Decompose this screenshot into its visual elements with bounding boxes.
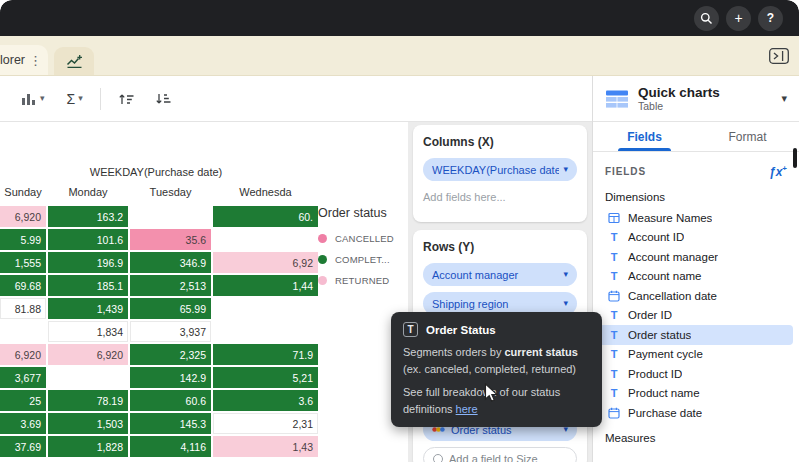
table-cell[interactable]: 163.2 — [48, 206, 128, 227]
search-button[interactable] — [694, 6, 719, 31]
pill-label: Account manager — [432, 269, 559, 281]
calendar-icon — [607, 290, 621, 302]
table-cell[interactable]: 1,834 — [48, 321, 128, 342]
table-cell[interactable] — [213, 298, 318, 319]
table-cell[interactable]: 196.9 — [48, 252, 128, 273]
table-cell[interactable]: 6,92 — [213, 252, 318, 273]
field-item-measure-names[interactable]: Measure Names — [599, 208, 793, 228]
table-cell[interactable]: 78.19 — [48, 390, 128, 411]
chart-canvas: WEEKDAY(Purchase date) SundayMondayTuesd… — [0, 122, 408, 462]
legend-item[interactable]: CANCELLED — [318, 233, 408, 244]
table-cell[interactable]: 3.69 — [0, 413, 46, 434]
table-cell[interactable] — [130, 206, 211, 227]
table-cell[interactable]: 1,43 — [213, 436, 318, 457]
field-item-cancellation-date[interactable]: Cancellation date — [599, 286, 793, 306]
table-cell[interactable]: 69.68 — [0, 275, 46, 296]
text-field-icon: T — [607, 329, 621, 341]
table-cell[interactable]: 81.88 — [0, 298, 46, 319]
table-cell[interactable]: 142.9 — [130, 367, 211, 388]
table-cell[interactable]: 60. — [213, 206, 318, 227]
table-cell[interactable] — [213, 321, 318, 342]
table-cell[interactable] — [48, 367, 128, 388]
table-cell[interactable]: 5.99 — [0, 229, 46, 250]
table-cell[interactable]: 5,21 — [213, 367, 318, 388]
table-cell[interactable]: 1,555 — [0, 252, 46, 273]
size-field-dropzone[interactable]: Add a field to Size — [423, 447, 577, 462]
field-item-payment-cycle[interactable]: TPayment cycle — [599, 345, 793, 365]
table-cell[interactable]: 6,920 — [0, 344, 46, 365]
table-cell[interactable]: 145.3 — [130, 413, 211, 434]
tab-format[interactable]: Format — [696, 122, 799, 151]
caret-down-icon[interactable]: ▾ — [563, 165, 568, 174]
panel-scrollbar-thumb[interactable] — [793, 148, 797, 168]
column-header: Wednesda — [213, 186, 318, 198]
aggregation-dropdown[interactable]: Σ ▾ — [60, 86, 90, 112]
field-pill[interactable]: WEEKDAY(Purchase date)▾ — [423, 158, 577, 181]
add-calculated-field-button[interactable]: ƒx+ — [769, 164, 787, 179]
table-cell[interactable]: 25 — [0, 390, 46, 411]
table-cell[interactable]: 2,31 — [213, 413, 318, 434]
tab-fields[interactable]: Fields — [593, 122, 696, 151]
table-cell[interactable]: 346.9 — [130, 252, 211, 273]
field-item-order-status[interactable]: TOrder status — [599, 325, 793, 345]
workbook-tab[interactable]: lorer ⋮ — [0, 45, 48, 75]
text-field-icon: T — [607, 387, 621, 399]
sigma-icon: Σ — [67, 91, 76, 107]
table-cell[interactable]: 37.69 — [0, 436, 46, 457]
collapse-panel-button[interactable] — [769, 48, 789, 64]
sort-descending-icon — [155, 92, 172, 106]
table-cell[interactable]: 101.6 — [48, 229, 128, 250]
text-field-icon: T — [607, 309, 621, 321]
field-pill[interactable]: Account manager▾ — [423, 263, 577, 286]
table-cell[interactable]: 65.99 — [130, 298, 211, 319]
table-cell[interactable]: 2,325 — [130, 344, 211, 365]
table-cell[interactable]: 60.6 — [130, 390, 211, 411]
bar-chart-icon — [21, 92, 37, 106]
table-cell[interactable]: 1,439 — [48, 298, 128, 319]
table-cell[interactable]: 35.6 — [130, 229, 211, 250]
legend-item[interactable]: RETURNED — [318, 275, 408, 286]
chart-type-dropdown[interactable]: ▾ — [14, 87, 52, 111]
field-item-product-id[interactable]: TProduct ID — [599, 364, 793, 384]
panel-title: Quick charts — [638, 85, 720, 101]
field-item-product-name[interactable]: TProduct name — [599, 384, 793, 404]
help-button[interactable]: ? — [758, 6, 783, 31]
legend-item[interactable]: COMPLET... — [318, 254, 408, 265]
table-cell[interactable]: 3.6 — [213, 390, 318, 411]
table-cell[interactable]: 6,920 — [48, 344, 128, 365]
field-item-order-id[interactable]: TOrder ID — [599, 306, 793, 326]
field-label: Account manager — [628, 251, 718, 263]
table-cell[interactable]: 2,513 — [130, 275, 211, 296]
table-cell[interactable]: 185.1 — [48, 275, 128, 296]
tab-menu-button[interactable]: ⋮ — [28, 53, 43, 68]
field-item-purchase-date[interactable]: Purchase date — [599, 403, 793, 423]
new-chart-tab[interactable] — [54, 47, 94, 75]
field-item-account-id[interactable]: TAccount ID — [599, 228, 793, 248]
table-cell[interactable] — [0, 321, 46, 342]
table-cell[interactable] — [213, 229, 318, 250]
legend-label: RETURNED — [335, 275, 389, 286]
column-header: Tuesday — [130, 186, 211, 198]
field-item-account-manager[interactable]: TAccount manager — [599, 247, 793, 267]
sort-descending-button[interactable] — [148, 87, 179, 111]
table-cell[interactable]: 1,828 — [48, 436, 128, 457]
add-button[interactable]: + — [726, 6, 751, 31]
caret-down-icon[interactable]: ▾ — [563, 299, 568, 308]
table-cell[interactable]: 6,920 — [0, 206, 46, 227]
field-item-account-name[interactable]: TAccount name — [599, 267, 793, 287]
table-cell[interactable]: 1,44 — [213, 275, 318, 296]
field-label: Payment cycle — [628, 348, 703, 360]
table-row: 2578.1960.63.6 — [0, 390, 312, 411]
chevron-down-icon[interactable]: ▾ — [781, 92, 787, 105]
table-cell[interactable]: 1,503 — [48, 413, 128, 434]
tooltip-text: See full breakdown of our status definit… — [403, 386, 560, 415]
sort-ascending-button[interactable] — [111, 87, 142, 111]
caret-down-icon[interactable]: ▾ — [563, 270, 568, 279]
definitions-link[interactable]: here — [456, 403, 478, 415]
quick-charts-header[interactable]: Quick charts Table ▾ — [593, 76, 799, 122]
table-cell[interactable]: 3,937 — [130, 321, 211, 342]
table-cell[interactable]: 3,677 — [0, 367, 46, 388]
pill-label: WEEKDAY(Purchase date) — [432, 164, 559, 176]
table-cell[interactable]: 71.9 — [213, 344, 318, 365]
table-cell[interactable]: 4,116 — [130, 436, 211, 457]
